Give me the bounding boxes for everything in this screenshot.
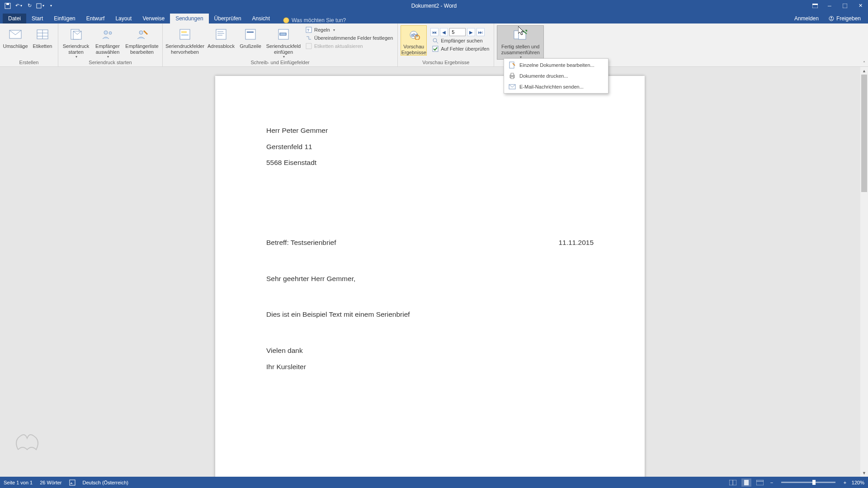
tab-layout[interactable]: Layout	[110, 14, 137, 23]
scroll-thumb[interactable]	[861, 75, 867, 192]
recipient-street: Gerstenfeld 11	[266, 142, 594, 152]
dropdown-item-send-email[interactable]: E-Mail-Nachrichten senden...	[504, 81, 608, 92]
regeln-button[interactable]: ?Regeln▾	[304, 26, 395, 33]
qat-customize-button[interactable]: ▾	[47, 2, 55, 10]
uebereinstimmende-felder-label: Übereinstimmende Felder festlegen	[314, 35, 393, 41]
group-seriendruck-starten-label: Seriendruck starten	[61, 59, 160, 66]
record-number-input[interactable]	[449, 28, 466, 36]
svg-point-15	[104, 31, 108, 34]
highlight-fields-icon	[178, 27, 192, 42]
zoom-in-button[interactable]: +	[842, 480, 848, 485]
last-record-button[interactable]: ⏭	[476, 28, 485, 36]
redo-button[interactable]: ↻	[25, 2, 33, 10]
view-print-layout-button[interactable]	[741, 479, 751, 487]
status-words[interactable]: 26 Wörter	[40, 480, 61, 485]
adressblock-button[interactable]: Adressblock	[206, 25, 236, 49]
etiketten-button[interactable]: Etiketten	[30, 25, 55, 49]
seriendruckfeld-einfuegen-label: Seriendruckfeld einfügen	[266, 43, 301, 55]
subject-line: Betreff: Testserienbrief	[266, 238, 336, 248]
rules-icon: ?	[306, 27, 312, 33]
share-label: Freigeben	[836, 15, 861, 22]
group-erstellen-label: Erstellen	[3, 59, 55, 66]
empfaengerliste-bearbeiten-button[interactable]: Empfängerliste bearbeiten	[124, 25, 160, 55]
svg-point-7	[830, 17, 832, 19]
insert-merge-field-icon	[276, 27, 291, 42]
svg-rect-37	[433, 46, 438, 52]
empfaenger-suchen-label: Empfänger suchen	[441, 38, 482, 43]
status-page[interactable]: Seite 1 von 1	[4, 480, 33, 485]
seriendruckfeld-einfuegen-button[interactable]: Seriendruckfeld einfügen▾	[265, 25, 302, 59]
maximize-button[interactable]	[837, 0, 853, 11]
vertical-scrollbar[interactable]: ▲ ▼	[860, 67, 868, 477]
dropdown-item-print-documents[interactable]: Dokumente drucken...	[504, 70, 608, 81]
zoom-level[interactable]: 120%	[852, 480, 864, 485]
vorschau-ergebnisse-button[interactable]: abc Vorschau Ergebnisse	[401, 25, 427, 56]
grusszeile-label: Grußzeile	[240, 43, 261, 49]
fertig-stellen-label: Fertig stellen und zusammenführen	[498, 44, 542, 55]
view-read-mode-button[interactable]	[728, 479, 738, 487]
auf-fehler-button[interactable]: Auf Fehler überprüfen	[430, 45, 491, 52]
send-email-icon	[509, 83, 516, 90]
zoom-slider[interactable]	[781, 482, 835, 483]
tab-ueberpruefen[interactable]: Überprüfen	[209, 14, 247, 23]
umschlaege-label: Umschläge	[3, 43, 28, 49]
fertig-stellen-button[interactable]: Fertig stellen und zusammenführen▾	[497, 25, 544, 60]
collapse-ribbon-button[interactable]: ˄	[863, 61, 865, 66]
close-button[interactable]: ✕	[853, 0, 868, 11]
seriendruck-starten-label: Seriendruck starten	[62, 43, 90, 55]
zoom-out-button[interactable]: −	[769, 480, 775, 485]
tab-start[interactable]: Start	[26, 14, 48, 23]
scroll-down-button[interactable]: ▼	[860, 469, 868, 477]
edit-recipients-icon	[135, 27, 149, 42]
svg-line-36	[436, 42, 438, 43]
status-bar: Seite 1 von 1 26 Wörter Deutsch (Österre…	[0, 477, 868, 488]
tab-file[interactable]: Datei	[3, 14, 26, 23]
empfaenger-suchen-button[interactable]: Empfänger suchen	[430, 37, 491, 44]
empfaenger-auswaehlen-label: Empfänger auswählen	[94, 43, 122, 55]
finish-merge-icon	[513, 28, 528, 42]
ribbon-display-options-button[interactable]	[808, 0, 822, 11]
tab-entwurf[interactable]: Entwurf	[81, 14, 110, 23]
svg-rect-48	[744, 480, 749, 485]
seriendruckfelder-hervorheben-button[interactable]: Seriendruckfelder hervorheben	[165, 25, 204, 55]
greeting-line-icon	[243, 27, 258, 42]
save-button[interactable]	[4, 2, 12, 10]
tab-einfuegen[interactable]: Einfügen	[48, 14, 80, 23]
view-web-layout-button[interactable]	[755, 479, 765, 487]
status-spellcheck-icon[interactable]	[69, 479, 75, 486]
prev-record-button[interactable]: ◀	[440, 28, 448, 36]
group-vorschau-label: Vorschau Ergebnisse	[401, 59, 491, 66]
sign-in-button[interactable]: Anmelden	[791, 14, 822, 23]
tab-ansicht[interactable]: Ansicht	[247, 14, 275, 23]
touch-mode-button[interactable]: ▾	[36, 2, 44, 10]
document-page[interactable]: Herr Peter Gemmer Gerstenfeld 11 5568 Ei…	[215, 76, 645, 477]
tab-verweise[interactable]: Verweise	[137, 14, 170, 23]
svg-rect-2	[37, 4, 41, 8]
find-recipient-icon	[432, 38, 439, 44]
dropdown-item-edit-documents[interactable]: Einzelne Dokumente bearbeiten...	[504, 60, 608, 70]
recipients-icon	[100, 27, 115, 42]
minimize-button[interactable]: ─	[822, 0, 837, 11]
update-labels-icon	[306, 43, 312, 49]
grusszeile-button[interactable]: Grußzeile	[238, 25, 263, 49]
svg-rect-1	[6, 3, 9, 5]
salutation-line: Sehr geehrter Herr Gemmer,	[266, 274, 594, 284]
tell-me-search[interactable]: Was möchten Sie tun?	[279, 17, 350, 23]
empfaenger-auswaehlen-button[interactable]: Empfänger auswählen▾	[93, 25, 123, 59]
umschlaege-button[interactable]: Umschläge	[3, 25, 28, 49]
scroll-up-button[interactable]: ▲	[860, 67, 868, 75]
first-record-button[interactable]: ⏮	[430, 28, 439, 36]
seriendruck-starten-button[interactable]: Seriendruck starten▾	[61, 25, 91, 59]
svg-rect-43	[511, 77, 514, 79]
tab-sendungen[interactable]: Sendungen	[170, 14, 208, 23]
svg-point-35	[433, 38, 437, 42]
document-content: Herr Peter Gemmer Gerstenfeld 11 5568 Ei…	[215, 76, 645, 372]
undo-button[interactable]: ↶▾	[14, 2, 23, 10]
next-record-button[interactable]: ▶	[467, 28, 475, 36]
tell-me-placeholder: Was möchten Sie tun?	[292, 17, 346, 23]
recipient-name: Herr Peter Gemmer	[266, 126, 594, 136]
status-language[interactable]: Deutsch (Österreich)	[83, 480, 128, 485]
share-button[interactable]: Freigeben	[824, 14, 865, 23]
zoom-slider-thumb[interactable]	[812, 480, 816, 485]
uebereinstimmende-felder-button[interactable]: Übereinstimmende Felder festlegen	[304, 34, 395, 42]
